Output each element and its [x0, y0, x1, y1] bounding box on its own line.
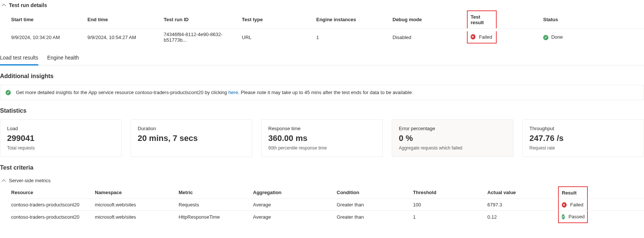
stat-cards: Load 299041 Total requests Duration 20 m…: [0, 119, 644, 157]
status-label: Done: [551, 34, 563, 40]
pass-icon: [562, 214, 565, 219]
tab-bar: Load test results Engine health: [0, 52, 644, 65]
table-row: contoso-traders-productscont20microsoft.…: [11, 211, 644, 223]
col-condition: Condition: [337, 186, 413, 199]
fail-icon: [471, 34, 475, 39]
result-label: Failed: [570, 202, 583, 208]
stat-label: Load: [7, 126, 115, 131]
cell-aggregation: Average: [253, 211, 337, 223]
col-run-id: Test run ID: [164, 10, 242, 29]
col-test-result: Test result: [467, 10, 543, 29]
stat-card-duration: Duration 20 mins, 7 secs: [131, 119, 252, 157]
criteria-table: Resource Namespace Metric Aggregation Co…: [11, 186, 644, 223]
stat-label: Response time: [268, 126, 376, 131]
col-status: Status: [543, 10, 644, 29]
col-debug-mode: Debug mode: [393, 10, 467, 29]
stat-card-error-percentage: Error percentage 0 % Aggregate requests …: [392, 119, 513, 157]
col-test-type: Test type: [242, 10, 316, 29]
col-result: Result: [558, 186, 644, 199]
cell-metric: Requests: [179, 199, 253, 211]
stat-value: 247.76 /s: [529, 134, 637, 143]
insights-text-suffix: . Please note it may take up to 45 mins …: [238, 90, 413, 95]
cell-test-type: URL: [242, 29, 316, 46]
stat-sub: Request rate: [529, 145, 637, 151]
col-start-time: Start time: [11, 10, 87, 29]
col-metric: Metric: [179, 186, 253, 199]
insights-text: Get more detailed insights for the App s…: [16, 90, 413, 95]
cell-namespace: microsoft.web/sites: [95, 199, 179, 211]
stat-label: Duration: [138, 126, 245, 131]
tab-load-test-results[interactable]: Load test results: [0, 52, 38, 65]
stat-sub: 90th percentile response time: [268, 145, 376, 151]
tab-engine-health[interactable]: Engine health: [47, 52, 79, 65]
result-label: Failed: [479, 34, 492, 40]
col-resource: Resource: [11, 186, 95, 199]
col-actual-value: Actual value: [487, 186, 558, 199]
cell-start-time: 9/9/2024, 10:34:20 AM: [11, 29, 87, 46]
sub-label: Server-side metrics: [9, 178, 51, 183]
stat-label: Throughput: [529, 126, 637, 131]
col-engine-instances: Engine instances: [316, 10, 393, 29]
stat-value: 20 mins, 7 secs: [138, 134, 245, 143]
stat-value: 360.00 ms: [268, 134, 376, 143]
cell-engine-instances: 1: [316, 29, 393, 46]
stat-sub: Aggregate requests which failed: [399, 145, 506, 151]
insights-message: Get more detailed insights for the App s…: [0, 85, 644, 100]
cell-condition: Greater than: [337, 211, 413, 223]
cell-actual: 6797.3: [487, 199, 558, 211]
cell-actual: 0.12: [487, 211, 558, 223]
table-row: 9/9/2024, 10:34:20 AM 9/9/2024, 10:54:27…: [11, 29, 644, 46]
cell-metric: HttpResponseTime: [179, 211, 253, 223]
insights-link[interactable]: here: [228, 90, 238, 95]
statistics-title: Statistics: [0, 107, 644, 114]
cell-debug-mode: Disabled: [393, 29, 467, 46]
cell-run-id: 74346f84-8112-4e90-8632-b51773b...: [164, 29, 242, 46]
cell-result: Failed: [558, 199, 644, 211]
cell-threshold: 100: [413, 199, 487, 211]
test-criteria-title: Test criteria: [0, 164, 644, 171]
chevron-up-icon: [1, 3, 6, 7]
success-icon: [6, 90, 11, 95]
chevron-up-icon: [1, 178, 6, 183]
cell-aggregation: Average: [253, 199, 337, 211]
criteria-header-row: Resource Namespace Metric Aggregation Co…: [11, 186, 644, 199]
table-row: contoso-traders-productscont20microsoft.…: [11, 199, 644, 211]
fail-icon: [562, 202, 567, 208]
additional-insights-title: Additional insights: [0, 73, 644, 80]
cell-resource: contoso-traders-productscont20: [11, 199, 95, 211]
success-icon: [543, 35, 548, 40]
stat-value: 299041: [7, 134, 115, 143]
stat-value: 0 %: [399, 134, 506, 143]
cell-condition: Greater than: [337, 199, 413, 211]
cell-resource: contoso-traders-productscont20: [11, 211, 95, 223]
cell-threshold: 1: [413, 211, 487, 223]
stat-label: Error percentage: [399, 126, 506, 131]
insights-text-prefix: Get more detailed insights for the App s…: [16, 90, 228, 95]
section-label: Test run details: [9, 2, 47, 8]
stat-card-load: Load 299041 Total requests: [0, 119, 122, 157]
col-namespace: Namespace: [95, 186, 179, 199]
result-label: Passed: [568, 214, 584, 219]
stat-sub: Total requests: [7, 145, 115, 151]
cell-namespace: microsoft.web/sites: [95, 211, 179, 223]
server-side-metrics-header[interactable]: Server-side metrics: [0, 175, 644, 186]
col-threshold: Threshold: [413, 186, 487, 199]
stat-card-throughput: Throughput 247.76 /s Request rate: [522, 119, 644, 157]
test-run-details-header[interactable]: Test run details: [0, 0, 644, 10]
stat-card-response-time: Response time 360.00 ms 90th percentile …: [261, 119, 383, 157]
cell-test-result: Failed: [467, 29, 543, 46]
table-header-row: Start time End time Test run ID Test typ…: [11, 10, 644, 29]
cell-result: Passed: [558, 211, 644, 223]
cell-status: Done: [543, 29, 644, 46]
test-run-details-table: Start time End time Test run ID Test typ…: [11, 10, 644, 46]
col-end-time: End time: [87, 10, 164, 29]
col-aggregation: Aggregation: [253, 186, 337, 199]
cell-end-time: 9/9/2024, 10:54:27 AM: [87, 29, 164, 46]
